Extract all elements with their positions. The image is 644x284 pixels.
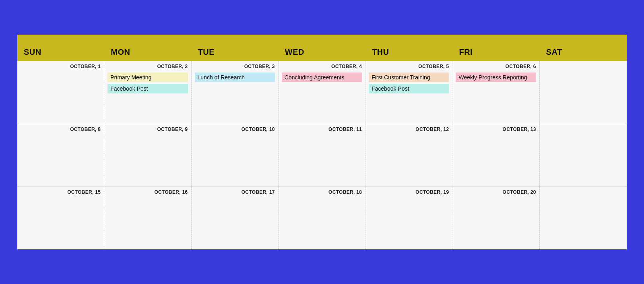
calendar-row-0: OCTOBER, 1OCTOBER, 2Primary MeetingFaceb…	[17, 61, 627, 124]
calendar-cell-1-3: OCTOBER, 11	[279, 124, 365, 187]
calendar-event-0-1-1[interactable]: Facebook Post	[107, 84, 188, 93]
calendar-cell-2-3: OCTOBER, 18	[279, 187, 365, 249]
calendar-cell-2-5: OCTOBER, 20	[452, 187, 539, 249]
calendar-row-1: OCTOBER, 8OCTOBER, 9OCTOBER, 10OCTOBER, …	[17, 124, 627, 187]
calendar-cell-1-1: OCTOBER, 9	[104, 124, 191, 187]
cell-date: OCTOBER, 10	[195, 126, 275, 132]
day-header-sat: SAT	[540, 48, 627, 57]
cell-date: OCTOBER, 6	[456, 64, 536, 69]
calendar-event-0-4-0[interactable]: First Customer Training	[369, 73, 449, 82]
calendar-event-0-4-1[interactable]: Facebook Post	[369, 84, 449, 93]
cell-date: OCTOBER, 16	[107, 189, 188, 195]
calendar-cell-1-0: OCTOBER, 8	[17, 124, 104, 187]
calendar-cell-2-6	[540, 187, 627, 249]
day-header-sun: SUN	[17, 48, 104, 57]
day-header-thu: THU	[365, 48, 452, 57]
calendar-cell-0-1: OCTOBER, 2Primary MeetingFacebook Post	[104, 61, 191, 124]
calendar-row-2: OCTOBER, 15OCTOBER, 16OCTOBER, 17OCTOBER…	[17, 187, 627, 249]
day-header-tue: TUE	[192, 48, 279, 57]
calendar-cell-2-1: OCTOBER, 16	[104, 187, 191, 249]
calendar-cell-0-3: OCTOBER, 4Concluding Agreements	[279, 61, 365, 124]
calendar-cell-0-0: OCTOBER, 1	[17, 61, 104, 124]
cell-date: OCTOBER, 19	[369, 189, 449, 195]
day-header-fri: FRI	[452, 48, 539, 57]
calendar-cell-1-6	[540, 124, 627, 187]
cell-date: OCTOBER, 18	[282, 189, 362, 195]
cell-date: OCTOBER, 4	[282, 64, 362, 69]
calendar-cell-1-2: OCTOBER, 10	[192, 124, 279, 187]
calendar-cell-1-5: OCTOBER, 13	[452, 124, 539, 187]
cell-date: OCTOBER, 1	[21, 64, 101, 69]
cell-date: OCTOBER, 20	[456, 189, 536, 195]
day-header-mon: MON	[104, 48, 191, 57]
cell-date: OCTOBER, 2	[107, 64, 188, 69]
calendar-cell-0-4: OCTOBER, 5First Customer TrainingFaceboo…	[365, 61, 452, 124]
calendar-cell-0-2: OCTOBER, 3Lunch of Research	[192, 61, 279, 124]
calendar-event-0-5-0[interactable]: Weekly Progress Reporting	[456, 73, 536, 82]
calendar-cell-1-4: OCTOBER, 12	[365, 124, 452, 187]
cell-date: OCTOBER, 3	[195, 64, 275, 69]
calendar-cell-2-0: OCTOBER, 15	[17, 187, 104, 249]
cell-date: OCTOBER, 8	[21, 126, 101, 132]
cell-date: OCTOBER, 15	[21, 189, 101, 195]
cell-date: OCTOBER, 11	[282, 126, 362, 132]
calendar-event-0-2-0[interactable]: Lunch of Research	[195, 73, 275, 82]
cell-date: OCTOBER, 5	[369, 64, 449, 69]
days-header: SUNMONTUEWEDTHUFRISAT	[17, 48, 627, 61]
cell-date: OCTOBER, 9	[107, 126, 188, 132]
calendar-cell-2-2: OCTOBER, 17	[192, 187, 279, 249]
calendar-event-0-1-0[interactable]: Primary Meeting	[107, 73, 188, 82]
calendar-header	[17, 35, 627, 48]
day-header-wed: WED	[279, 48, 365, 57]
calendar-event-0-3-0[interactable]: Concluding Agreements	[282, 73, 362, 82]
calendar-container: SUNMONTUEWEDTHUFRISAT OCTOBER, 1OCTOBER,…	[16, 33, 628, 251]
calendar-cell-0-6	[540, 61, 627, 124]
calendar-cell-0-5: OCTOBER, 6Weekly Progress Reporting	[452, 61, 539, 124]
cell-date: OCTOBER, 13	[456, 126, 536, 132]
cell-date: OCTOBER, 12	[369, 126, 449, 132]
cell-date: OCTOBER, 17	[195, 189, 275, 195]
calendar-cell-2-4: OCTOBER, 19	[365, 187, 452, 249]
calendar-grid: OCTOBER, 1OCTOBER, 2Primary MeetingFaceb…	[17, 61, 627, 249]
